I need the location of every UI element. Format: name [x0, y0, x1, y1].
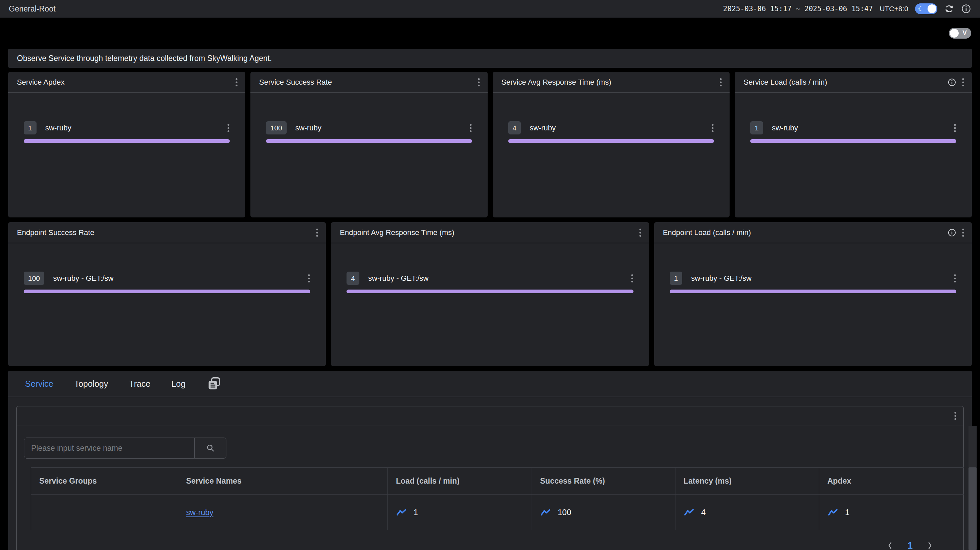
- tab-bar: Service Topology Trace Log: [8, 371, 972, 397]
- metric-menu-icon[interactable]: [954, 274, 956, 283]
- time-range-picker[interactable]: 2025-03-06 15:17 ~ 2025-03-06 15:47: [723, 5, 873, 13]
- card-menu-icon[interactable]: [639, 228, 641, 237]
- scrollbar-thumb[interactable]: [969, 467, 977, 550]
- view-edit-toggle-knob: [950, 29, 959, 38]
- metric-bar: [266, 139, 472, 143]
- metric-menu-icon[interactable]: [308, 274, 310, 283]
- metric-value-badge: 1: [670, 272, 682, 285]
- service-list-widget: Service Groups Service Names Load (calls…: [16, 406, 964, 550]
- metric-value-badge: 100: [266, 121, 286, 134]
- card-title: Service Apdex: [17, 78, 65, 87]
- card-menu-icon[interactable]: [962, 78, 964, 87]
- card-endpoint-success-rate: Endpoint Success Rate 100 sw-ruby - GET:…: [8, 222, 326, 366]
- card-service-load: Service Load (calls / min) 1 sw-ruby: [735, 72, 972, 217]
- refresh-icon[interactable]: [944, 4, 954, 14]
- metric-value-badge: 4: [508, 121, 521, 134]
- theme-toggle-knob: [928, 5, 936, 13]
- metric-name[interactable]: sw-ruby: [772, 124, 798, 132]
- metric-value-badge: 100: [24, 272, 45, 285]
- moon-icon: ☾: [918, 5, 923, 13]
- card-title: Endpoint Success Rate: [17, 228, 94, 237]
- dashboard-toolbar: V: [0, 18, 980, 49]
- topbar: General-Root 2025-03-06 15:17 ~ 2025-03-…: [0, 0, 980, 18]
- pagination: 1: [24, 540, 957, 550]
- card-title: Endpoint Load (calls / min): [663, 228, 751, 237]
- endpoint-cards-row: Endpoint Success Rate 100 sw-ruby - GET:…: [8, 222, 972, 366]
- metric-name[interactable]: sw-ruby - GET:/sw: [53, 274, 113, 283]
- metric-name[interactable]: sw-ruby: [296, 124, 321, 132]
- card-endpoint-avg-response-time: Endpoint Avg Response Time (ms) 4 sw-rub…: [331, 222, 649, 366]
- cell-latency-value: 4: [701, 508, 706, 517]
- widget-menu-icon[interactable]: [954, 411, 957, 420]
- card-menu-icon[interactable]: [477, 78, 480, 87]
- sparkline-icon[interactable]: [396, 509, 407, 517]
- timezone-label: UTC+8:0: [880, 5, 908, 13]
- search-icon: [206, 443, 215, 453]
- service-search: [24, 438, 226, 459]
- metric-value-badge: 1: [24, 121, 37, 134]
- cell-success-rate-value: 100: [558, 508, 571, 517]
- sparkline-icon[interactable]: [540, 509, 551, 517]
- card-endpoint-load: Endpoint Load (calls / min) 1 sw-ruby - …: [654, 222, 972, 366]
- col-service-groups: Service Groups: [31, 468, 178, 495]
- metric-bar: [24, 139, 230, 143]
- col-latency: Latency (ms): [675, 468, 819, 495]
- theme-toggle[interactable]: ☾: [915, 3, 937, 14]
- metric-menu-icon[interactable]: [711, 124, 714, 132]
- card-service-success-rate: Service Success Rate 100 sw-ruby: [250, 72, 488, 217]
- card-menu-icon[interactable]: [235, 78, 238, 87]
- search-button[interactable]: [194, 438, 226, 458]
- metric-bar: [347, 290, 633, 293]
- description-banner: Observe Service through telemetry data c…: [8, 49, 972, 68]
- metric-bar: [670, 290, 956, 293]
- next-page-icon[interactable]: [927, 541, 933, 550]
- metric-menu-icon[interactable]: [631, 274, 633, 283]
- metric-bar: [24, 290, 310, 293]
- tab-service[interactable]: Service: [25, 379, 53, 389]
- tab-topology[interactable]: Topology: [74, 379, 108, 389]
- copy-docs-icon[interactable]: [207, 376, 222, 392]
- metric-name[interactable]: sw-ruby - GET:/sw: [691, 274, 751, 283]
- page-title: General-Root: [9, 5, 56, 14]
- bottom-tab-panel: Service Topology Trace Log: [8, 371, 972, 550]
- view-edit-toggle[interactable]: V: [949, 28, 971, 38]
- card-info-icon[interactable]: [948, 228, 956, 237]
- prev-page-icon[interactable]: [887, 541, 893, 550]
- metric-name[interactable]: sw-ruby - GET:/sw: [368, 274, 428, 283]
- tab-trace[interactable]: Trace: [129, 379, 150, 389]
- card-title: Service Success Rate: [259, 78, 332, 87]
- card-service-avg-response-time: Service Avg Response Time (ms) 4 sw-ruby: [493, 72, 730, 217]
- col-service-names: Service Names: [178, 468, 388, 495]
- metric-menu-icon[interactable]: [227, 124, 230, 132]
- search-input[interactable]: [24, 438, 194, 458]
- sparkline-icon[interactable]: [827, 509, 838, 517]
- card-title: Service Avg Response Time (ms): [501, 78, 611, 87]
- metric-menu-icon[interactable]: [954, 124, 956, 132]
- view-mode-label: V: [963, 29, 967, 37]
- current-page[interactable]: 1: [907, 540, 913, 550]
- card-menu-icon[interactable]: [316, 228, 318, 237]
- card-title: Endpoint Avg Response Time (ms): [340, 228, 454, 237]
- sparkline-icon[interactable]: [684, 509, 694, 517]
- metric-menu-icon[interactable]: [469, 124, 472, 132]
- metric-name[interactable]: sw-ruby: [45, 124, 72, 132]
- col-load: Load (calls / min): [388, 468, 532, 495]
- card-info-icon[interactable]: [948, 78, 956, 87]
- info-icon[interactable]: [961, 4, 971, 14]
- cell-apdex-value: 1: [845, 508, 850, 517]
- metric-bar: [750, 139, 956, 143]
- service-name-link[interactable]: sw-ruby: [186, 508, 213, 517]
- banner-link[interactable]: Observe Service through telemetry data c…: [17, 54, 272, 63]
- topbar-controls: 2025-03-06 15:17 ~ 2025-03-06 15:47 UTC+…: [723, 3, 971, 14]
- service-cards-row: Service Apdex 1 sw-ruby Service Success …: [8, 72, 972, 217]
- card-menu-icon[interactable]: [719, 78, 722, 87]
- metric-name[interactable]: sw-ruby: [530, 124, 556, 132]
- metric-value-badge: 4: [347, 272, 360, 285]
- metric-value-badge: 1: [750, 121, 763, 134]
- cell-service-group: [31, 495, 178, 530]
- card-menu-icon[interactable]: [962, 228, 964, 237]
- card-service-apdex: Service Apdex 1 sw-ruby: [8, 72, 245, 217]
- service-table: Service Groups Service Names Load (calls…: [31, 467, 964, 530]
- tab-log[interactable]: Log: [171, 379, 185, 389]
- vertical-scrollbar[interactable]: [969, 426, 977, 550]
